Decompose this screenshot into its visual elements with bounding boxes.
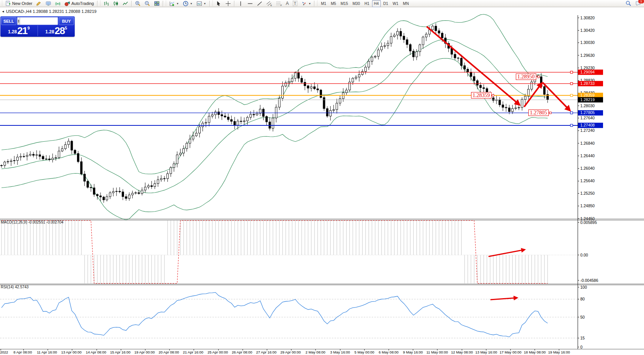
tile-windows-button[interactable] bbox=[152, 0, 161, 7]
text-label-tool-button[interactable]: T bbox=[291, 0, 299, 7]
svg-text:8 Apr 08:00: 8 Apr 08:00 bbox=[14, 350, 32, 354]
zoom-in-icon bbox=[135, 1, 141, 6]
svg-text:15 Apr 16:00: 15 Apr 16:00 bbox=[110, 350, 130, 354]
crosshair-tool-button[interactable] bbox=[224, 0, 232, 7]
svg-text:1.28359: 1.28359 bbox=[580, 93, 595, 97]
svg-text:6 May 08:00: 6 May 08:00 bbox=[379, 350, 399, 354]
toolbar-drag-handle[interactable] bbox=[165, 1, 166, 6]
autotrading-button[interactable]: AutoTrading bbox=[63, 0, 96, 7]
sell-price-pip: 9 bbox=[27, 26, 30, 30]
timeframe-button-m1[interactable]: M1 bbox=[319, 0, 328, 7]
new-order-button[interactable]: New Order bbox=[4, 0, 34, 7]
svg-text:0: 0 bbox=[580, 345, 583, 349]
svg-text:1.30820: 1.30820 bbox=[580, 16, 595, 20]
svg-text:11 May 00:00: 11 May 00:00 bbox=[426, 350, 448, 354]
notifications-button[interactable]: 1 bbox=[634, 0, 643, 7]
svg-text:1.26440: 1.26440 bbox=[580, 153, 595, 158]
timeframe-button-m30[interactable]: M30 bbox=[350, 0, 361, 7]
svg-text:21 Apr 16:00: 21 Apr 16:00 bbox=[183, 350, 203, 354]
signals-button[interactable] bbox=[53, 0, 62, 7]
svg-text:19 Apr 00:00: 19 Apr 00:00 bbox=[134, 350, 155, 354]
buy-price-pip: 5 bbox=[65, 26, 67, 30]
svg-text:1.28030: 1.28030 bbox=[580, 103, 595, 108]
svg-text:1.24850: 1.24850 bbox=[580, 203, 595, 208]
price-chart[interactable]: 1.308201.304201.300301.296301.292301.288… bbox=[0, 0, 644, 355]
fibonacci-tool-button[interactable]: F bbox=[275, 0, 284, 7]
autotrading-label: AutoTrading bbox=[71, 1, 94, 6]
buy-price-prefix: 1.28 bbox=[46, 29, 54, 34]
svg-text:3 May 16:00: 3 May 16:00 bbox=[330, 350, 350, 354]
chart-area[interactable]: 1.308201.304201.300301.296301.292301.288… bbox=[0, 0, 644, 355]
price-annotation-label[interactable]: 1.28950 bbox=[516, 74, 536, 80]
macd-indicator-label: MACD(12,26,9) -0.002551 -0.002704 bbox=[1, 220, 63, 224]
svg-text:19 May 16:00: 19 May 16:00 bbox=[548, 350, 570, 354]
styler-button[interactable] bbox=[35, 0, 43, 7]
search-button[interactable] bbox=[624, 0, 633, 7]
svg-text:17 May 00:00: 17 May 00:00 bbox=[499, 350, 521, 354]
toolbar-drag-handle[interactable] bbox=[317, 1, 318, 6]
timeframe-button-h4[interactable]: H4 bbox=[372, 0, 381, 7]
buy-button[interactable]: BUY bbox=[59, 17, 74, 25]
volume-spinner-down[interactable]: ▲▼ bbox=[17, 17, 20, 25]
new-order-label: New Order bbox=[12, 1, 32, 6]
svg-text:12 May 08:00: 12 May 08:00 bbox=[451, 350, 473, 354]
timeframe-button-h1[interactable]: H1 bbox=[363, 0, 371, 7]
timeframe-button-w1[interactable]: W1 bbox=[391, 0, 400, 7]
trendline-tool-button[interactable] bbox=[255, 0, 264, 7]
zoom-out-icon bbox=[145, 1, 150, 6]
terminal-button[interactable] bbox=[44, 0, 53, 7]
sell-price-prefix: 1.28 bbox=[8, 29, 17, 34]
vertical-line-icon bbox=[238, 1, 243, 6]
one-click-trading-panel: SELL ▲▼ ▲ BUY 1.28 21 9 1.28 28 5 bbox=[0, 16, 75, 37]
svg-text:1.29230: 1.29230 bbox=[580, 66, 595, 70]
toolbar-drag-handle[interactable] bbox=[212, 1, 213, 6]
vertical-line-tool-button[interactable] bbox=[236, 0, 245, 7]
timeframe-button-m15[interactable]: M15 bbox=[339, 0, 350, 7]
horizontal-line-icon bbox=[247, 1, 253, 6]
svg-text:1.30420: 1.30420 bbox=[580, 28, 595, 33]
svg-text:13 Apr 00:00: 13 Apr 00:00 bbox=[61, 350, 82, 354]
svg-text:1.29630: 1.29630 bbox=[580, 53, 595, 58]
zoom-in-button[interactable] bbox=[134, 0, 142, 7]
periods-button[interactable]: ▼ bbox=[181, 0, 194, 7]
rsi-indicator-label: RSI(14) 42.5743 bbox=[1, 285, 28, 289]
buy-price[interactable]: 1.28 28 5 bbox=[38, 25, 75, 36]
zoom-out-button[interactable] bbox=[143, 0, 152, 7]
indicators-button[interactable]: ▼ bbox=[168, 0, 181, 7]
svg-text:80: 80 bbox=[580, 297, 585, 301]
text-tool-button[interactable]: A bbox=[284, 0, 291, 7]
volume-input[interactable] bbox=[20, 17, 58, 25]
cursor-tool-button[interactable] bbox=[214, 0, 223, 7]
channel-tool-button[interactable]: E bbox=[265, 0, 274, 7]
line-chart-button[interactable] bbox=[121, 0, 130, 7]
horizontal-line-tool-button[interactable] bbox=[246, 0, 254, 7]
svg-text:Apr 2022: Apr 2022 bbox=[0, 350, 8, 354]
svg-text:13 May 16:00: 13 May 16:00 bbox=[475, 350, 497, 354]
price-annotation-label[interactable]: 1.27805 bbox=[528, 109, 549, 116]
svg-text:25 Apr 00:00: 25 Apr 00:00 bbox=[207, 350, 228, 354]
candlestick-chart-button[interactable] bbox=[112, 0, 120, 7]
svg-text:1.26040: 1.26040 bbox=[580, 166, 595, 170]
price-annotation-label[interactable]: 1.28359 bbox=[471, 92, 492, 99]
sell-button[interactable]: SELL bbox=[1, 17, 16, 25]
svg-text:1.25640: 1.25640 bbox=[580, 178, 595, 183]
toolbar-drag-handle[interactable] bbox=[2, 1, 3, 6]
arrows-tool-button[interactable]: ▼ bbox=[300, 0, 313, 7]
bar-chart-button[interactable] bbox=[102, 0, 111, 7]
add-indicator-icon bbox=[169, 1, 175, 6]
timeframe-button-mn[interactable]: MN bbox=[401, 0, 411, 7]
svg-text:2 May 08:00: 2 May 08:00 bbox=[306, 350, 325, 354]
templates-button[interactable]: ▼ bbox=[195, 0, 208, 7]
sell-price[interactable]: 1.28 21 9 bbox=[0, 25, 38, 36]
symbol-ohlc-text: USDCAD-,H4 1.28088 1.28231 1.28088 1.282… bbox=[6, 9, 97, 14]
equidistant-channel-icon: E bbox=[266, 1, 272, 6]
timeframe-button-m5[interactable]: M5 bbox=[329, 0, 338, 7]
text-label-icon: T bbox=[293, 1, 298, 6]
toolbar-drag-handle[interactable] bbox=[100, 1, 101, 6]
dropdown-caret: ▼ bbox=[176, 2, 179, 5]
svg-text:26 Apr 08:00: 26 Apr 08:00 bbox=[232, 350, 252, 354]
timeframe-button-d1[interactable]: D1 bbox=[382, 0, 390, 7]
autotrading-icon bbox=[64, 1, 70, 6]
template-icon bbox=[196, 1, 202, 6]
svg-text:1.27640: 1.27640 bbox=[580, 116, 595, 120]
